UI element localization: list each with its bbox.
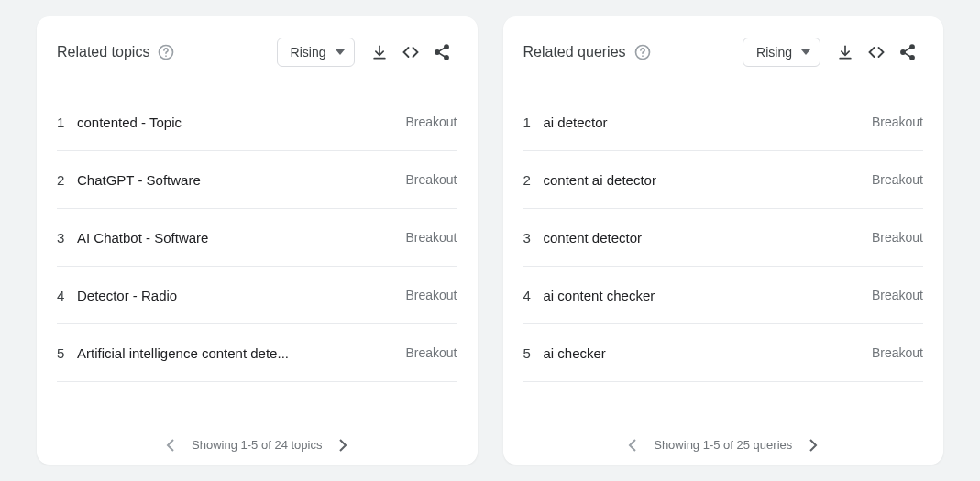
item-value: Breakout [405,115,457,129]
queries-list: 1 ai detector Breakout 2 content ai dete… [523,93,924,423]
item-label: content ai detector [544,172,872,188]
list-item[interactable]: 4 ai content checker Breakout [523,267,924,324]
list-item[interactable]: 1 ai detector Breakout [523,93,924,151]
chevron-down-icon [336,49,345,55]
list-item[interactable]: 2 content ai detector Breakout [523,151,924,209]
list-item[interactable]: 3 AI Chatbot - Software Breakout [57,209,457,267]
item-label: ai detector [544,115,872,130]
chevron-down-icon [801,49,810,55]
pager-next[interactable] [338,439,347,452]
item-label: content detector [544,230,872,246]
download-icon[interactable] [364,37,395,68]
pager-text: Showing 1-5 of 24 topics [192,438,322,452]
card-header: Related topics Rising [57,37,457,68]
item-label: Detector - Radio [77,288,405,303]
rank: 2 [57,172,77,188]
item-value: Breakout [405,345,457,360]
embed-icon[interactable] [395,37,426,68]
item-value: Breakout [872,115,923,129]
related-queries-card: Related queries Rising [503,16,944,465]
download-icon[interactable] [830,37,861,68]
list-item[interactable]: 5 Artificial intelligence content dete..… [57,324,457,382]
item-value: Breakout [405,172,457,187]
rank: 5 [57,345,77,361]
list-item[interactable]: 3 content detector Breakout [523,209,924,267]
rank: 1 [523,115,544,130]
list-item[interactable]: 5 ai checker Breakout [523,324,924,382]
item-label: contented - Topic [77,115,405,130]
list-item[interactable]: 1 contented - Topic Breakout [57,93,457,151]
list-item[interactable]: 4 Detector - Radio Breakout [57,267,457,324]
dropdown-label: Rising [756,45,792,60]
item-label: AI Chatbot - Software [77,230,405,246]
topics-list: 1 contented - Topic Breakout 2 ChatGPT -… [57,93,457,423]
item-label: ai content checker [544,288,872,303]
sort-dropdown[interactable]: Rising [277,38,355,67]
sort-dropdown[interactable]: Rising [743,38,820,67]
list-item[interactable]: 2 ChatGPT - Software Breakout [57,151,457,209]
rank: 5 [523,345,544,361]
rank: 3 [57,230,77,246]
item-label: Artificial intelligence content dete... [77,345,405,361]
help-icon[interactable] [157,43,175,61]
dropdown-label: Rising [291,45,326,60]
rank: 4 [57,288,77,303]
pager-prev[interactable] [166,439,175,452]
embed-icon[interactable] [861,37,892,68]
rank: 4 [523,288,544,303]
item-value: Breakout [405,288,457,302]
related-topics-card: Related topics Rising [37,16,478,465]
item-value: Breakout [872,345,923,360]
card-header: Related queries Rising [523,37,924,68]
item-value: Breakout [872,288,923,302]
rank: 1 [57,115,77,130]
pager: Showing 1-5 of 24 topics [57,423,457,452]
pager-prev[interactable] [628,439,637,452]
card-title: Related topics [57,44,149,60]
help-icon[interactable] [633,43,652,61]
item-label: ChatGPT - Software [77,172,405,188]
share-icon[interactable] [892,37,923,68]
pager: Showing 1-5 of 25 queries [523,423,924,452]
svg-point-1 [166,55,168,57]
item-label: ai checker [544,345,872,361]
card-title: Related queries [523,44,626,60]
share-icon[interactable] [426,37,457,68]
item-value: Breakout [872,172,923,187]
item-value: Breakout [405,230,457,245]
item-value: Breakout [872,230,923,245]
svg-point-6 [642,55,644,57]
pager-text: Showing 1-5 of 25 queries [654,438,792,452]
rank: 2 [523,172,544,188]
pager-next[interactable] [809,439,818,452]
rank: 3 [523,230,544,246]
